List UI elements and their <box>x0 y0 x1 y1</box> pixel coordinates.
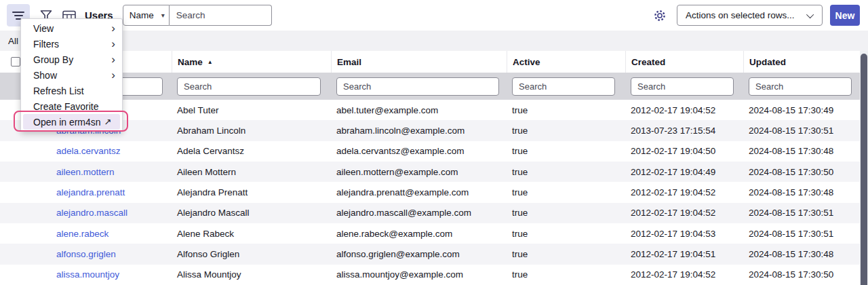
toolbar: Users Name ▾ Actions on selected rows...… <box>0 0 868 31</box>
name-cell: Abel Tuter <box>172 105 331 115</box>
active-cell: true <box>507 187 625 197</box>
user-id-link[interactable]: alissa.mountjoy <box>56 269 119 280</box>
select-all-checkbox[interactable] <box>11 57 20 66</box>
email-cell: adela.cervantsz@example.com <box>331 146 507 156</box>
breadcrumb-all[interactable]: All <box>8 36 18 46</box>
user-id-link[interactable]: alene.rabeck <box>56 229 108 239</box>
active-cell: true <box>507 126 625 136</box>
user-id-link[interactable]: alfonso.griglen <box>56 249 116 259</box>
toolbar-right: Actions on selected rows... New <box>653 5 860 26</box>
submenu-chevron-icon: › <box>111 69 115 81</box>
created-cell: 2013-07-23 17:15:54 <box>625 126 743 136</box>
active-cell: true <box>507 105 625 115</box>
updated-cell: 2024-08-15 17:30:48 <box>743 249 860 259</box>
user-id-link[interactable]: aileen.mottern <box>56 167 115 177</box>
column-search-email[interactable] <box>336 77 499 96</box>
name-cell: Aileen Mottern <box>172 167 331 177</box>
email-cell: alejandra.prenatt@example.com <box>331 187 507 197</box>
settings-gear-icon[interactable] <box>653 9 667 22</box>
header-cell-created[interactable]: Created <box>625 51 743 73</box>
list-context-menu: View › Filters › Group By › Show › Refre… <box>20 18 123 132</box>
updated-cell: 2024-08-15 17:30:51 <box>743 208 860 218</box>
updated-cell: 2024-08-15 17:30:51 <box>743 126 860 136</box>
external-link-icon: ↗ <box>104 117 112 127</box>
table-header-row: Name ▲ Email Active Created Updated <box>0 51 860 73</box>
new-button[interactable]: New <box>830 5 860 26</box>
sort-ascending-icon: ▲ <box>208 59 213 65</box>
menu-item-show[interactable]: Show › <box>21 67 122 83</box>
actions-select-label: Actions on selected rows... <box>686 10 795 20</box>
user-id-link[interactable]: alejandra.prenatt <box>56 187 125 197</box>
updated-cell: 2024-08-15 17:30:50 <box>743 167 860 177</box>
column-search-active[interactable] <box>512 77 615 96</box>
table-row[interactable]: alfonso.griglen Alfonso Griglen alfonso.… <box>0 244 860 264</box>
name-cell: Alene Rabeck <box>172 229 331 239</box>
menu-item-open-in-erm4sn[interactable]: Open in erm4sn ↗ <box>23 114 120 130</box>
name-cell: Alejandra Prenatt <box>172 187 331 197</box>
name-cell: Alfonso Griglen <box>172 249 331 259</box>
email-cell: abel.tuter@example.com <box>331 105 507 115</box>
name-cell: Alejandro Mascall <box>172 208 331 218</box>
search-field-value: Name <box>130 10 154 20</box>
table-row[interactable]: adela.cervantsz Adela Cervantsz adela.ce… <box>0 141 860 162</box>
column-search-created[interactable] <box>631 77 734 96</box>
submenu-chevron-icon: › <box>111 54 115 65</box>
email-cell: aileen.mottern@example.com <box>331 167 507 177</box>
email-cell: alissa.mountjoy@example.com <box>331 269 507 280</box>
table-row[interactable]: alejandro.mascall Alejandro Mascall alej… <box>0 203 860 223</box>
created-cell: 2012-02-17 19:04:52 <box>625 105 743 115</box>
name-cell: Abraham Lincoln <box>172 126 331 136</box>
name-cell: Adela Cervantsz <box>172 146 331 156</box>
list-search-combo: Name ▾ <box>123 5 272 26</box>
updated-cell: 2024-08-15 17:30:51 <box>743 229 860 239</box>
menu-item-refresh-list[interactable]: Refresh List <box>21 83 122 98</box>
vertical-scrollbar <box>860 51 868 285</box>
active-cell: true <box>507 146 625 156</box>
created-cell: 2012-02-17 19:04:50 <box>625 146 743 156</box>
email-cell: alfonso.griglen@example.com <box>331 249 507 259</box>
chevron-down-icon: ▾ <box>161 12 165 19</box>
header-cell-active[interactable]: Active <box>507 51 625 73</box>
table-row[interactable]: aileen.mottern Aileen Mottern aileen.mot… <box>0 162 860 182</box>
scrollbar-thumb[interactable] <box>861 54 867 285</box>
table-row[interactable]: abraham.lincoln Abraham Lincoln abraham.… <box>0 120 860 140</box>
column-search-updated[interactable] <box>749 77 852 96</box>
actions-on-rows-select[interactable]: Actions on selected rows... <box>677 5 823 26</box>
chevron-down-icon <box>806 10 814 18</box>
user-id-link[interactable]: adela.cervantsz <box>56 146 121 156</box>
list-search-input[interactable] <box>170 5 272 26</box>
active-cell: true <box>507 269 625 280</box>
list-menu-icon <box>12 12 24 13</box>
created-cell: 2012-02-17 19:04:52 <box>625 269 743 280</box>
menu-item-group-by[interactable]: Group By › <box>21 52 122 67</box>
active-cell: true <box>507 249 625 259</box>
table-row[interactable]: alene.rabeck Alene Rabeck alene.rabeck@e… <box>0 223 860 244</box>
created-cell: 2012-02-17 19:04:49 <box>625 167 743 177</box>
menu-item-filters[interactable]: Filters › <box>21 36 122 52</box>
search-field-selector[interactable]: Name ▾ <box>123 5 170 26</box>
created-cell: 2012-02-17 19:04:52 <box>625 187 743 197</box>
submenu-chevron-icon: › <box>111 22 115 34</box>
table-row[interactable]: alejandra.prenatt Alejandra Prenatt alej… <box>0 182 860 202</box>
submenu-chevron-icon: › <box>111 38 115 50</box>
active-cell: true <box>507 229 625 239</box>
updated-cell: 2024-08-15 17:30:48 <box>743 146 860 156</box>
updated-cell: 2024-08-15 17:30:49 <box>743 105 860 115</box>
menu-item-view[interactable]: View › <box>21 20 122 36</box>
created-cell: 2012-02-17 19:04:53 <box>625 229 743 239</box>
table-row[interactable]: alissa.mountjoy Alissa Mountjoy alissa.m… <box>0 265 860 285</box>
email-cell: abraham.lincoln@example.com <box>331 126 507 136</box>
column-search-row <box>0 73 860 100</box>
active-cell: true <box>507 167 625 177</box>
header-cell-name[interactable]: Name ▲ <box>172 51 331 73</box>
active-cell: true <box>507 208 625 218</box>
email-cell: alene.rabeck@example.com <box>331 229 507 239</box>
user-id-link[interactable]: alejandro.mascall <box>56 208 127 218</box>
header-cell-updated[interactable]: Updated <box>743 51 860 73</box>
menu-item-create-favorite[interactable]: Create Favorite <box>21 98 122 114</box>
table-body: abel.tuter Abel Tuter abel.tuter@example… <box>0 100 860 285</box>
column-search-name[interactable] <box>177 77 321 96</box>
filter-breadcrumb-bar: All <box>0 31 868 51</box>
header-cell-email[interactable]: Email <box>331 51 507 73</box>
table-row[interactable]: abel.tuter Abel Tuter abel.tuter@example… <box>0 100 860 120</box>
